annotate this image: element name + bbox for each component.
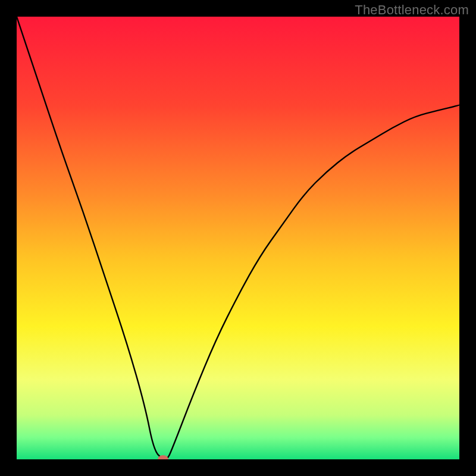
watermark-text: TheBottleneck.com: [355, 2, 469, 18]
min-marker: [158, 455, 168, 459]
chart-frame: TheBottleneck.com: [0, 0, 476, 476]
bottleneck-curve: [17, 17, 459, 459]
plot-area: [17, 17, 459, 459]
